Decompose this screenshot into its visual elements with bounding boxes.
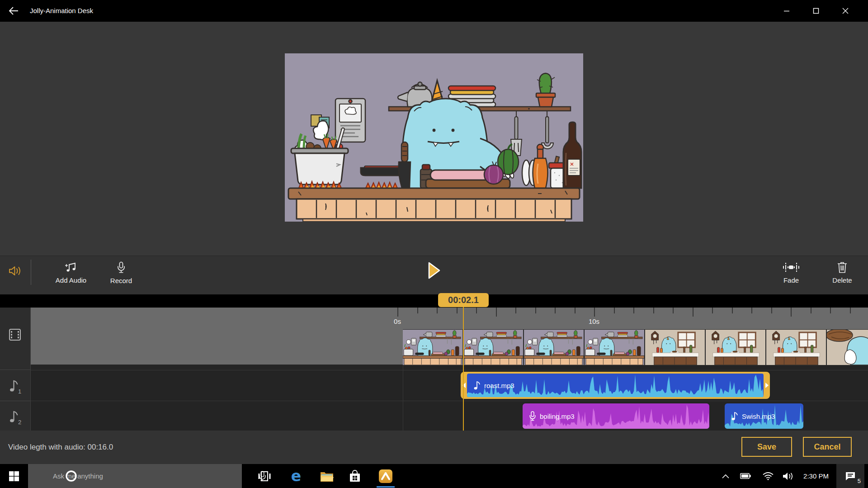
video-thumbnail-dining[interactable] (706, 330, 766, 365)
ruler-tick (515, 308, 516, 313)
current-time-value: 00:02.1 (448, 295, 479, 305)
edge-browser-button[interactable]: e (286, 464, 307, 488)
tray-wifi-button[interactable] (760, 464, 777, 488)
volume-button[interactable] (4, 259, 27, 292)
minimize-button[interactable] (774, 0, 800, 22)
video-thumbnail-kitchen[interactable] (524, 330, 585, 365)
audio-clip-name: boiling.mp3 (540, 412, 575, 420)
fade-label: Fade (783, 276, 799, 284)
notification-count-badge: 5 (858, 478, 861, 484)
audio-tracks-area: roast.mp3boiling.mp3Swish.mp3 (0, 365, 868, 431)
ruler-tick (771, 308, 772, 313)
search-placeholder: Ask me anything (53, 472, 242, 480)
music-note-icon (731, 411, 738, 421)
video-thumbnail-dining[interactable] (766, 330, 827, 365)
track-separator (0, 370, 868, 370)
tray-chevron-button[interactable] (718, 464, 733, 488)
audio-clip-name: Swish.mp3 (742, 412, 775, 420)
start-button[interactable] (0, 464, 28, 488)
save-button[interactable]: Save (741, 437, 792, 457)
window-title: Jolly-Animation Desk (30, 0, 93, 22)
maximize-button[interactable] (803, 0, 829, 22)
ruler-tick (614, 308, 615, 313)
track-separator (0, 401, 868, 401)
track-header-column: 1 2 (0, 308, 31, 431)
status-bar: Video legth with audio: 00:16.0 Save Can… (0, 431, 868, 464)
store-button[interactable] (344, 464, 365, 488)
search-box[interactable]: Ask me anything (28, 464, 242, 488)
audio-clip-boiling-mp3[interactable]: boiling.mp3 (523, 403, 709, 429)
ruler-tick (830, 308, 831, 313)
add-audio-label: Add Audio (56, 276, 86, 284)
tray-volume-icon (783, 472, 794, 481)
ruler-tick (732, 308, 733, 313)
track-2-number: 2 (18, 419, 21, 425)
play-icon (427, 261, 441, 280)
record-label: Record (110, 277, 132, 284)
video-thumbnail-closeup[interactable] (827, 330, 868, 365)
back-arrow-icon (9, 6, 19, 15)
ruler-tick (653, 308, 654, 313)
record-mic-icon (117, 261, 126, 274)
time-strip (0, 294, 868, 308)
video-thumbnail-kitchen[interactable] (585, 330, 645, 365)
volume-icon (9, 265, 22, 277)
task-view-button[interactable] (254, 464, 275, 488)
close-button[interactable] (832, 0, 859, 22)
ruler-tick (397, 308, 398, 317)
ruler-tick (633, 308, 634, 313)
ruler-label: 0s (387, 317, 407, 325)
taskbar: Ask me anything e (0, 464, 868, 488)
trash-icon (837, 261, 847, 273)
play-button[interactable] (420, 259, 448, 292)
battery-icon (740, 473, 751, 479)
clip-trim-handle-left[interactable] (461, 372, 467, 399)
edge-icon: e (291, 469, 301, 483)
audio-track-1-icon: 1 (8, 379, 23, 394)
app-window: Jolly-Animation Desk (0, 0, 868, 488)
video-thumbnail-kitchen[interactable] (463, 330, 524, 365)
video-thumbnail-kitchen[interactable] (403, 330, 463, 365)
ruler-tick (457, 308, 458, 313)
ruler-tick (476, 308, 477, 313)
active-app-indicator (377, 486, 395, 488)
folder-icon (320, 471, 334, 482)
close-icon (842, 8, 849, 14)
header-separator (0, 370, 30, 370)
audio-track-2-icon: 2 (8, 410, 23, 425)
fade-button[interactable]: Fade (768, 259, 815, 292)
preview-frame-kitchen-scene (285, 53, 583, 222)
current-time-badge[interactable]: 00:02.1 (438, 293, 489, 307)
animation-desk-app-button[interactable] (375, 464, 396, 488)
tray-battery-button[interactable] (737, 464, 754, 488)
minimize-icon (783, 8, 790, 14)
tray-clock[interactable]: 2:30 PM (798, 464, 834, 488)
maximize-icon (813, 8, 819, 14)
audio-clip-Swish-mp3[interactable]: Swish.mp3 (725, 403, 803, 429)
file-explorer-button[interactable] (316, 464, 337, 488)
toolbar-divider (31, 260, 31, 285)
playhead[interactable] (463, 307, 464, 431)
cancel-button[interactable]: Cancel (803, 437, 852, 457)
video-thumbnail-dining[interactable] (645, 330, 706, 365)
add-audio-button[interactable]: Add Audio (44, 259, 98, 292)
ruler-tick (437, 308, 438, 313)
record-button[interactable]: Record (98, 259, 145, 292)
back-button[interactable] (4, 2, 24, 20)
audio-toolbar: Add Audio Record (0, 256, 868, 294)
tray-volume-button[interactable] (779, 464, 797, 488)
video-length-message: Video legth with audio: 00:16.0 (8, 431, 113, 464)
action-center-button[interactable]: 5 (836, 464, 864, 488)
clip-trim-handle-right[interactable] (764, 372, 770, 399)
fade-icon (783, 261, 800, 273)
add-audio-icon (65, 261, 77, 273)
video-track-clip[interactable] (403, 329, 868, 365)
ruler-tick (496, 308, 497, 317)
delete-button[interactable]: Delete (819, 259, 865, 292)
wifi-icon (763, 472, 774, 480)
windows-logo-icon (9, 471, 19, 482)
audio-clip-roast-mp3[interactable]: roast.mp3 (461, 372, 770, 399)
chevron-up-icon (722, 474, 729, 479)
action-center-icon (845, 471, 856, 481)
microphone-icon (529, 411, 536, 421)
